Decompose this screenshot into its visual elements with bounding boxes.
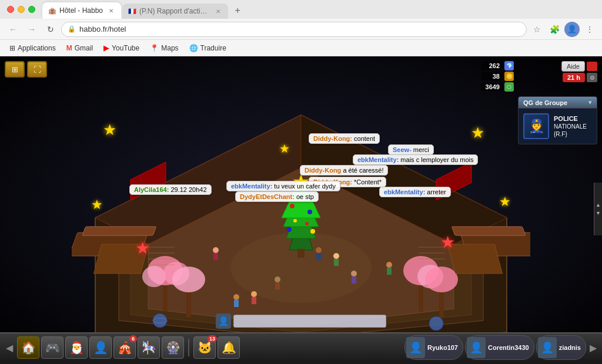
bookmark-maps[interactable]: 📍 Maps (145, 43, 183, 53)
svg-rect-47 (352, 277, 356, 284)
svg-rect-49 (213, 253, 218, 260)
star-top-right: ★ (471, 124, 484, 142)
corentin-avatar: 👤 (467, 337, 486, 358)
back-button[interactable]: ← (5, 21, 21, 38)
speaker-dydy: DydyEtDesChant: (240, 193, 295, 200)
ziadnis-avatar: 👤 (538, 337, 557, 358)
stats-panel: 262 💎 38 🪙 3649 ⬡ (481, 61, 514, 92)
svg-point-17 (290, 204, 295, 208)
scroll-arrow-up: ▲ (596, 202, 601, 208)
forward-button[interactable]: → (24, 21, 40, 38)
svg-point-28 (172, 267, 205, 292)
svg-rect-43 (334, 259, 339, 266)
speaker-alycila: AlyCila164: (134, 186, 169, 193)
corentin-name: Corentin3430 (488, 344, 529, 351)
tab-rapport[interactable]: 🇫🇷 (P.N) Rapport d'activité de Aly... ✕ (122, 4, 228, 19)
chat-bubble-ebk-arreter: ebkMentality: arreter (379, 187, 451, 197)
item5-icon: 🎠 (142, 341, 156, 355)
taskbar: ◀ 🏠 🎮 🎅 👤 🎪 6 🎠 🎡 🐱 13 (0, 332, 602, 362)
rapport-favicon: 🇫🇷 (128, 8, 136, 15)
speaker-diddykong: Diddy-Kong: (313, 135, 352, 142)
svg-point-44 (275, 277, 280, 282)
svg-point-21 (287, 227, 292, 232)
gmail-label: Gmail (75, 44, 93, 52)
gear-btn-icon[interactable]: ⚙ (587, 73, 597, 82)
habbo-tab-label: Hôtel - Habbo (59, 6, 103, 15)
msg-ebk-cafer: tu veux un cafer dydy (274, 183, 336, 190)
time-button[interactable]: 21 h (563, 73, 585, 82)
maps-label: Maps (161, 44, 178, 52)
ryuko-avatar: 👤 (406, 337, 425, 358)
house-icon: 🏠 (21, 341, 36, 355)
taskbar-item-cat[interactable]: 🐱 13 (193, 336, 216, 359)
pixels-value: 3649 (481, 83, 503, 91)
bell-icon: 🔔 (222, 341, 236, 355)
item6-icon: 🎡 (166, 341, 180, 355)
extensions-btn[interactable]: 🧩 (547, 22, 562, 37)
menu-btn[interactable]: ⋮ (582, 22, 597, 37)
chat-input-box[interactable] (233, 315, 386, 328)
rpb-row1: Aide (561, 61, 597, 72)
svg-rect-41 (316, 253, 321, 260)
taskbar-user-corentin[interactable]: 👤 Corentin3430 (465, 335, 534, 360)
rapport-tab-close[interactable]: ✕ (214, 7, 222, 15)
room-background: ★ ★ ★ ★ ★ ★ ★ Diddy-Kong: content Seew- … (0, 56, 602, 362)
traffic-light-red[interactable] (7, 6, 14, 13)
hud-fullscreen-btn[interactable]: ⛶ (27, 61, 47, 77)
taskbar-item-6[interactable]: 🎡 (162, 336, 184, 359)
chat-bubble-alycila: AlyCila164: 29.12 20h42 (129, 184, 212, 195)
svg-rect-37 (234, 300, 239, 307)
taskbar-right-arrow[interactable]: ▶ (588, 342, 598, 353)
ryuko-name: Ryuko107 (427, 344, 458, 351)
star-mid-right: ★ (499, 194, 511, 210)
bookmarks-bar: ⊞ Applications M Gmail ▶ YouTube 📍 Maps … (0, 40, 602, 56)
bookmark-traduire[interactable]: 🌐 Traduire (185, 43, 231, 53)
browser-chrome: 🏨 Hôtel - Habbo ✕ 🇫🇷 (P.N) Rapport d'act… (0, 0, 602, 56)
taskbar-item-badge[interactable]: 🎪 6 (113, 336, 136, 359)
taskbar-item-2[interactable]: 🎮 (41, 336, 63, 359)
coins-value: 38 (481, 72, 503, 80)
taskbar-left-arrow[interactable]: ◀ (4, 342, 15, 353)
taskbar-item-house[interactable]: 🏠 (17, 336, 39, 359)
taskbar-item-person[interactable]: 👤 (89, 336, 112, 359)
hud-toggle-btn[interactable]: ⊞ (5, 61, 25, 77)
taskbar-item-5[interactable]: 🎠 (138, 336, 160, 359)
bookmark-apps[interactable]: ⊞ Applications (5, 43, 61, 53)
stat-row-diamonds: 262 💎 (481, 61, 514, 70)
svg-point-48 (213, 247, 219, 253)
reload-button[interactable]: ↻ (42, 21, 59, 38)
group-name-container: POLICE NATIONALE {R.F} (554, 114, 592, 138)
habbo-game-area: ★ ★ ★ ★ ★ ★ ★ Diddy-Kong: content Seew- … (0, 56, 602, 362)
svg-point-50 (386, 262, 392, 268)
taskbar-divider (188, 339, 189, 356)
bookmark-gmail[interactable]: M Gmail (62, 43, 98, 53)
taskbar-user-ryuko[interactable]: 👤 Ryuko107 (404, 335, 463, 360)
traffic-light-yellow[interactable] (18, 6, 25, 13)
bookmark-star[interactable]: ☆ (529, 22, 544, 37)
bookmark-youtube[interactable]: ▶ YouTube (99, 42, 144, 53)
new-tab-button[interactable]: + (229, 2, 246, 19)
habbo-tab-close[interactable]: ✕ (107, 6, 115, 15)
chat-avatar-icon: 👤 (216, 314, 231, 329)
chat-bubble-ebk1: ebkMentality: mais c lemployer du mois (353, 154, 478, 165)
profile-btn[interactable]: 👤 (564, 22, 580, 37)
traduire-label: Traduire (200, 44, 226, 52)
group-dropdown-icon[interactable]: ▾ (588, 99, 592, 106)
youtube-label: YouTube (112, 44, 139, 52)
address-bar[interactable]: 🔒 habbo.fr/hotel (61, 22, 527, 37)
tab-habbo[interactable]: 🏨 Hôtel - Habbo ✕ (42, 2, 121, 19)
taskbar-item-3[interactable]: 🎅 (65, 336, 88, 359)
chat-bubble-ebk-cafer: ebkMentality: tu veux un cafer dydy (226, 181, 340, 191)
group-name-line1: POLICE (554, 114, 592, 123)
svg-point-20 (305, 222, 309, 225)
aide-button[interactable]: Aide (561, 61, 585, 72)
traffic-light-green[interactable] (28, 6, 35, 13)
msg-seew: merci (413, 146, 429, 153)
scroll-indicator[interactable]: ▲ ▼ (594, 183, 602, 235)
taskbar-item-bell[interactable]: 🔔 (218, 336, 240, 359)
msg-diddy3: *Content* (354, 178, 382, 186)
taskbar-user-ziadnis[interactable]: 👤 ziadnis (536, 335, 586, 360)
svg-point-38 (251, 291, 257, 297)
scroll-arrow-down: ▼ (596, 210, 601, 216)
svg-point-18 (307, 210, 312, 214)
